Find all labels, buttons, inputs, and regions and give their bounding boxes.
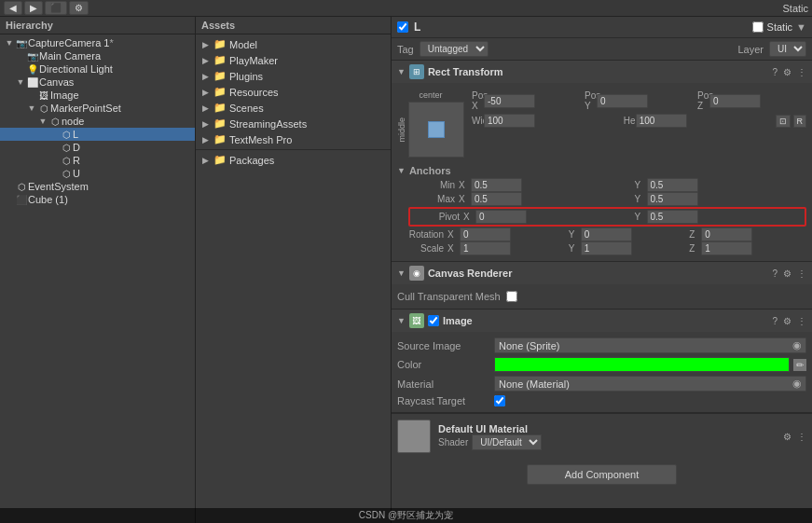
- canvas-renderer-icon: ◉: [409, 266, 424, 281]
- hierarchy-item-image[interactable]: 🖼 Image: [0, 89, 195, 102]
- pos-row: Pos X Pos Y Pos Z: [472, 90, 806, 111]
- active-checkbox-label[interactable]: [397, 21, 408, 33]
- source-image-value[interactable]: None (Sprite) ◉: [494, 337, 806, 353]
- blueprint-btn[interactable]: ⊡: [776, 115, 791, 128]
- scale-z-input[interactable]: [701, 241, 752, 255]
- asset-textmesh[interactable]: ▶ 📁 TextMesh Pro: [196, 131, 391, 147]
- material-value[interactable]: None (Material) ◉: [494, 376, 806, 392]
- scale-x-input[interactable]: [460, 241, 511, 255]
- material-preview: [397, 420, 431, 453]
- layer-dropdown[interactable]: UI: [769, 41, 806, 57]
- rotation-label: Rotation: [397, 229, 444, 240]
- rot-x-input[interactable]: [460, 227, 511, 241]
- source-image-select-btn[interactable]: ◉: [792, 339, 802, 351]
- rot-z-input[interactable]: [701, 227, 752, 241]
- folder-icon-model: 📁: [213, 38, 227, 50]
- add-component-button[interactable]: Add Component: [527, 464, 678, 485]
- asset-scenes[interactable]: ▶ 📁 Scenes: [196, 100, 391, 116]
- material-select-btn[interactable]: ◉: [792, 378, 802, 390]
- canvas-renderer-title-bar[interactable]: ▼ ◉ Canvas Renderer ? ⚙ ⋮: [392, 262, 812, 284]
- rot-y-input[interactable]: [581, 227, 632, 241]
- pos-z-input[interactable]: [709, 94, 761, 108]
- rt-menu-btn[interactable]: ⋮: [797, 67, 806, 77]
- raycast-checkbox[interactable]: [494, 395, 505, 406]
- shader-dropdown[interactable]: UI/Default: [472, 434, 542, 450]
- color-edit-btn[interactable]: ✏: [793, 359, 806, 371]
- cull-row: Cull Transparent Mesh: [397, 288, 806, 305]
- asset-packages[interactable]: ▶ 📁 Packages: [196, 152, 391, 168]
- anchor-min-label: Min: [408, 180, 455, 190]
- pos-y-input[interactable]: [597, 94, 648, 108]
- static-dropdown-arrow[interactable]: ▼: [796, 21, 806, 33]
- image-enabled-label[interactable]: [428, 315, 439, 326]
- hierarchy-item-U[interactable]: ⬡ U: [0, 167, 195, 180]
- asset-streaming[interactable]: ▶ 📁 StreamingAssets: [196, 116, 391, 131]
- label-cube: Cube (1): [28, 194, 68, 205]
- pos-x-input[interactable]: [484, 94, 535, 108]
- height-group: Height: [624, 114, 772, 128]
- hierarchy-item-eventsystem[interactable]: ⬡ EventSystem: [0, 180, 195, 193]
- label-U: U: [73, 168, 80, 179]
- wh-row: Width Height ⊡ R: [472, 114, 806, 128]
- anchor-max-x-input[interactable]: [471, 192, 522, 206]
- watermark: CSDN @野区捕龙为宠: [0, 508, 812, 523]
- hierarchy-item-node[interactable]: ▼ ⬡ node: [0, 115, 195, 128]
- rect-transform-title-bar[interactable]: ▼ ⊞ Rect Transform ? ⚙ ⋮: [392, 61, 812, 83]
- color-bar[interactable]: [494, 357, 790, 372]
- pivot-y-input[interactable]: [647, 210, 698, 224]
- img-expand-arrow: ▼: [397, 316, 406, 325]
- pos-x-label: Pos X: [472, 90, 481, 111]
- anchor-min-x-input[interactable]: [471, 178, 522, 192]
- light-icon: 💡: [26, 64, 39, 75]
- label-resources: Resources: [229, 87, 279, 98]
- rot-x-group: X: [447, 227, 565, 241]
- toolbar-button-4[interactable]: ⚙: [69, 1, 89, 15]
- hierarchy-item-D[interactable]: ⬡ D: [0, 141, 195, 154]
- r-btn[interactable]: R: [793, 115, 807, 128]
- assets-panel: Assets ▶ 📁 Model ▶ 📁 PlayMaker ▶ 📁 Plugi…: [196, 17, 392, 523]
- image-title-bar[interactable]: ▼ 🖼 Image ? ⚙ ⋮: [392, 310, 812, 332]
- cr-help-btn[interactable]: ?: [772, 268, 778, 279]
- tag-dropdown[interactable]: Untagged: [420, 41, 489, 57]
- hierarchy-item-L[interactable]: ⬡ L: [0, 128, 195, 141]
- rt-settings-btn[interactable]: ⚙: [783, 67, 791, 77]
- anchor-min-y-input[interactable]: [647, 178, 698, 192]
- hierarchy-item-main-camera[interactable]: 📷 Main Camera: [0, 49, 195, 62]
- material-menu-btn[interactable]: ⋮: [797, 432, 806, 442]
- asset-plugins[interactable]: ▶ 📁 Plugins: [196, 68, 391, 84]
- anchor-preview[interactable]: [408, 102, 464, 158]
- static-checkbox[interactable]: [752, 21, 764, 33]
- toolbar-button-3[interactable]: ⬛: [45, 1, 67, 15]
- anchor-max-y-input[interactable]: [647, 192, 698, 206]
- cr-settings-btn[interactable]: ⚙: [783, 268, 791, 279]
- img-menu-btn[interactable]: ⋮: [797, 316, 806, 326]
- anchor-max-x-axis: X: [459, 194, 468, 204]
- asset-resources[interactable]: ▶ 📁 Resources: [196, 84, 391, 100]
- toolbar-button-2[interactable]: ▶: [24, 1, 43, 15]
- hierarchy-item-R[interactable]: ⬡ R: [0, 154, 195, 167]
- pivot-x-group: X: [463, 210, 631, 224]
- default-material-section: Default UI Material Shader UI/Default ⚙ …: [392, 413, 812, 459]
- raycast-row: Raycast Target: [397, 393, 806, 408]
- img-settings-btn[interactable]: ⚙: [783, 316, 791, 326]
- cull-checkbox[interactable]: [506, 291, 517, 302]
- active-checkbox[interactable]: [397, 21, 408, 33]
- hierarchy-item-canvas[interactable]: ▼ ⬜ Canvas: [0, 76, 195, 89]
- rt-help-btn[interactable]: ?: [772, 67, 778, 77]
- toolbar-button-1[interactable]: ◀: [4, 1, 22, 15]
- width-input[interactable]: [484, 114, 535, 128]
- static-label: Static: [782, 3, 808, 14]
- scale-y-input[interactable]: [581, 241, 632, 255]
- hierarchy-item-markerpointset[interactable]: ▼ ⬡ MarkerPointSet: [0, 102, 195, 115]
- image-enabled-checkbox[interactable]: [428, 315, 439, 326]
- asset-model[interactable]: ▶ 📁 Model: [196, 36, 391, 52]
- pivot-x-input[interactable]: [475, 210, 527, 224]
- img-help-btn[interactable]: ?: [772, 316, 778, 326]
- asset-playmaker[interactable]: ▶ 📁 PlayMaker: [196, 52, 391, 68]
- cr-menu-btn[interactable]: ⋮: [797, 268, 806, 279]
- hierarchy-item-directional-light[interactable]: 💡 Directional Light: [0, 62, 195, 76]
- material-settings-btn[interactable]: ⚙: [783, 432, 791, 442]
- height-input[interactable]: [636, 114, 687, 128]
- hierarchy-item-cube[interactable]: ⬛ Cube (1): [0, 193, 195, 206]
- hierarchy-item-capture-camera[interactable]: ▼ 📷 CaptureCamera 1: [0, 36, 195, 49]
